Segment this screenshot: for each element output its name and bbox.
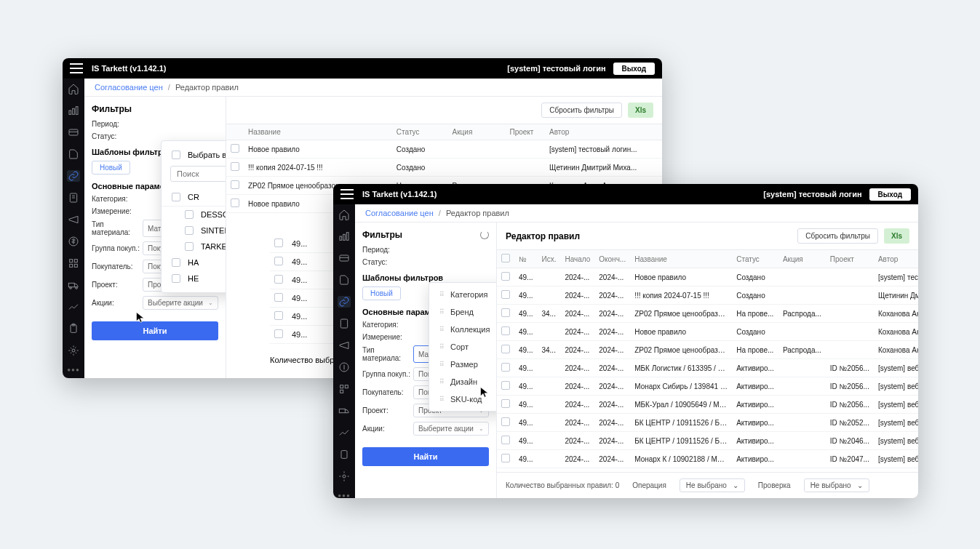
checkbox[interactable] [185, 210, 194, 219]
brand-group-row[interactable]: CR⌄ [162, 188, 226, 207]
checkbox[interactable] [501, 454, 510, 462]
checkbox[interactable] [501, 399, 510, 408]
brand-search[interactable]: ⌕ [170, 166, 226, 182]
check-select[interactable]: Не выбрано⌄ [804, 478, 869, 492]
new-chip[interactable]: Новый [362, 286, 401, 300]
nav-gear-icon[interactable] [67, 345, 80, 356]
checkbox[interactable] [274, 275, 283, 284]
col-start[interactable]: Начало [560, 250, 594, 268]
col-status[interactable]: Статус [392, 124, 448, 140]
table-row[interactable]: 49...2024-...2024-...Монарх Сибирь / 139… [497, 377, 918, 396]
nav-home-icon[interactable] [338, 209, 351, 220]
checkbox[interactable] [172, 274, 180, 283]
nav-link-icon[interactable] [338, 296, 351, 308]
checkbox[interactable] [231, 144, 239, 153]
brand-item[interactable]: DESSO› [162, 207, 226, 223]
material-item[interactable]: Дизайн [429, 373, 497, 390]
crumb-root[interactable]: Согласование цен [365, 209, 434, 217]
table-row[interactable]: 49...2024-...2024-...Монарх К / 10902188… [497, 450, 918, 468]
col-action[interactable]: Акция [778, 250, 826, 268]
table-row[interactable]: 49...2024-...2024-...БК ЦЕНТР / 10911526… [497, 432, 918, 450]
nav-chart-icon[interactable] [67, 105, 80, 116]
xls-button[interactable]: Xls [628, 103, 653, 118]
material-item[interactable]: Категория [429, 286, 497, 303]
table-row[interactable]: 49...2024-...2024-...БК ЦЕНТР / 10911526… [497, 414, 918, 432]
table-row[interactable]: 49...2024-...2024-...МБК-Урал / 10905649… [497, 396, 918, 414]
nav-megaphone-icon[interactable] [338, 340, 351, 351]
col-author[interactable]: Автор [545, 124, 662, 140]
material-item[interactable]: SKU-код [429, 390, 497, 408]
material-item[interactable]: Размер [429, 356, 497, 373]
reset-filters-button[interactable]: Сбросить фильтры [541, 103, 622, 118]
checkbox[interactable] [231, 199, 239, 207]
xls-button[interactable]: Xls [884, 228, 909, 244]
nav-clipboard-icon[interactable] [67, 323, 80, 334]
table-row[interactable]: 49...2024-...2024-...!!! копия 2024-07-1… [497, 286, 918, 305]
checkbox[interactable] [501, 254, 510, 263]
col-name[interactable]: Название [244, 124, 392, 140]
nav-dollar-icon[interactable] [338, 361, 351, 373]
col-status[interactable]: Статус [732, 250, 778, 268]
table-row[interactable]: Новое правилоСоздано[system] тестовый ло… [226, 140, 662, 159]
checkbox[interactable] [501, 381, 510, 390]
select-all-row[interactable]: Выбрать все [162, 147, 226, 163]
checkbox[interactable] [501, 345, 510, 353]
checkbox[interactable] [231, 162, 239, 171]
crumb-root[interactable]: Согласование цен [95, 83, 163, 92]
checkbox[interactable] [501, 272, 510, 281]
col-project[interactable]: Проект [826, 250, 874, 268]
checkbox[interactable] [172, 151, 180, 159]
nav-dollar-icon[interactable] [67, 236, 80, 247]
reset-filters-button[interactable]: Сбросить фильтры [797, 228, 878, 244]
menu-icon[interactable] [340, 189, 354, 199]
menu-icon[interactable] [70, 63, 83, 73]
brand-item[interactable]: TARKETT› [162, 239, 226, 255]
nav-card-icon[interactable] [67, 127, 80, 138]
nav-clipboard-icon[interactable] [338, 449, 351, 460]
material-item[interactable]: Бренд [429, 303, 497, 321]
material-item[interactable]: Сорт [429, 338, 497, 356]
checkbox[interactable] [231, 180, 239, 189]
table-row[interactable]: 49...34...2024-...2024-...ZP02 Прямое це… [497, 305, 918, 323]
nav-link-icon[interactable] [67, 170, 80, 182]
checkbox[interactable] [501, 417, 510, 426]
nav-file-icon[interactable] [67, 192, 80, 204]
nav-chart-icon[interactable] [338, 231, 351, 242]
nav-file-icon[interactable] [338, 318, 351, 329]
table-row[interactable]: !!! копия 2024-07-15 !!!СозданоЩетинин Д… [226, 159, 662, 177]
checkbox[interactable] [501, 326, 510, 335]
nav-megaphone-icon[interactable] [67, 214, 80, 225]
logout-button[interactable]: Выход [613, 63, 655, 75]
checkbox[interactable] [185, 226, 194, 235]
col-end[interactable]: Оконч... [594, 250, 630, 268]
operation-select[interactable]: Не выбрано⌄ [680, 478, 745, 492]
checkbox[interactable] [501, 290, 510, 299]
checkbox[interactable] [274, 239, 283, 247]
find-button[interactable]: Найти [362, 447, 489, 466]
table-row[interactable]: 49...34...2024-...2024-...ZP02 Прямое це… [497, 341, 918, 359]
checkbox[interactable] [501, 363, 510, 372]
checkbox[interactable] [172, 193, 180, 201]
material-item[interactable]: Коллекция [429, 321, 497, 338]
brand-item[interactable]: НА [162, 255, 226, 271]
checkbox[interactable] [185, 242, 194, 251]
find-button[interactable]: Найти [92, 321, 218, 340]
checkbox[interactable] [274, 293, 283, 302]
nav-doc-icon[interactable] [338, 274, 351, 286]
nav-grid-icon[interactable] [338, 383, 351, 395]
nav-gear-icon[interactable] [338, 470, 351, 482]
col-num[interactable]: № [514, 250, 537, 268]
new-chip[interactable]: Новый [92, 161, 130, 175]
nav-doc-icon[interactable] [67, 148, 80, 160]
col-project[interactable]: Проект [505, 124, 545, 140]
checkbox[interactable] [274, 311, 283, 320]
nav-trend-icon[interactable] [338, 427, 351, 438]
checkbox[interactable] [274, 329, 283, 338]
nav-home-icon[interactable] [67, 83, 80, 95]
col-action[interactable]: Акция [448, 124, 506, 140]
checkbox[interactable] [172, 258, 180, 267]
checkbox[interactable] [501, 308, 510, 317]
nav-card-icon[interactable] [338, 252, 351, 264]
nav-grid-icon[interactable] [67, 257, 80, 269]
logout-button[interactable]: Выход [869, 188, 911, 201]
